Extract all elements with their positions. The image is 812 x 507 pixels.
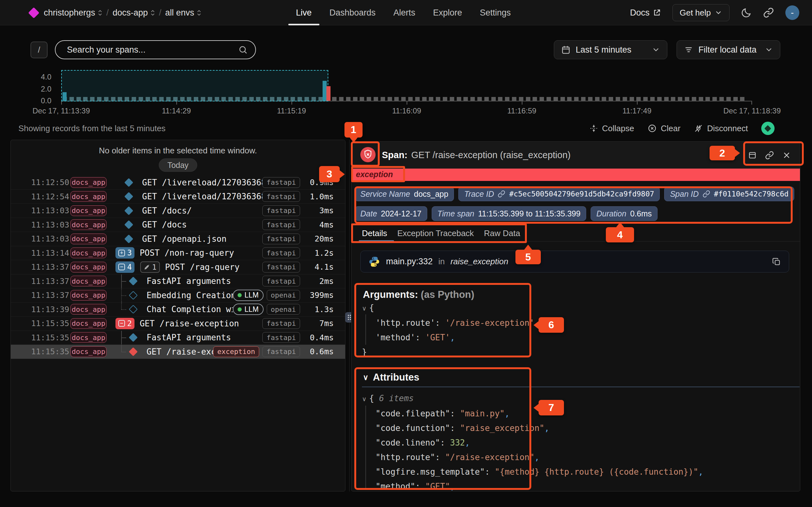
annotation-number: 4 [617, 229, 623, 241]
trace-row[interactable]: 11:13:14docs_app+3POST /non-rag-queryfas… [11, 246, 345, 261]
trace-row[interactable]: 11:12:54docs_appGET /livereload/12703636… [11, 190, 345, 204]
meta-label: Duration [596, 209, 626, 218]
connection-status-indicator[interactable] [761, 122, 774, 135]
up-down-chevron-icon [197, 9, 201, 16]
trace-row[interactable]: 11:15:35docs_appFastAPI argumentsfastapi… [11, 331, 345, 345]
code-token: "{method} {http.route} ({code.function})… [495, 467, 699, 476]
timeline-histogram[interactable]: Dec 17, 11:13:3911:14:2911:15:1911:16:09… [61, 67, 752, 101]
tab-details[interactable]: Details [362, 226, 387, 240]
search-input[interactable] [67, 45, 238, 55]
baseline-bar [532, 97, 537, 101]
trace-row[interactable]: 11:13:39docs_appChat Completion with '…L… [11, 302, 345, 317]
y-axis-tick: 0.0 [31, 96, 51, 105]
trace-row[interactable]: 11:13:37docs_appEmbedding Creation wit…L… [11, 288, 345, 302]
trace-row[interactable]: 11:13:03docs_appGET /docs/fastapi3ms [11, 204, 345, 218]
code-token: { [369, 394, 379, 403]
span-name: FastAPI arguments [147, 333, 231, 342]
trace-row[interactable]: 11:13:37docs_app−41POST /rag-queryfastap… [11, 260, 345, 274]
attributes-heading[interactable]: ∨ Attributes [363, 372, 419, 383]
framework-badge: openai [267, 290, 300, 301]
row-badges: LLMopenai399ms [233, 290, 334, 301]
code-token: "raise_exception" [460, 424, 544, 433]
baseline-bar [560, 97, 565, 101]
meta-label: Date [360, 209, 377, 218]
row-time: 11:13:37 [31, 262, 70, 272]
code-line: "code.lineno": 332, [362, 435, 703, 450]
trace-row[interactable]: 11:13:03docs_appGET /docsfastapi4ms [11, 218, 345, 232]
baseline-bar [353, 97, 357, 101]
baseline-bar [547, 97, 551, 101]
span-name: Embedding Creation wit… [147, 291, 233, 300]
tab-live[interactable]: Live [296, 0, 312, 25]
span-duration: 1.3s [303, 305, 334, 314]
meta-pill-trace-id[interactable]: Trace ID#c5ec5005042796e91d5db42ca9fd980… [458, 187, 660, 201]
filter-label: Filter local data [699, 45, 757, 55]
tab-dashboards[interactable]: Dashboards [329, 0, 376, 25]
children-toggle-badge[interactable]: −4 [115, 262, 135, 273]
tab-track [351, 241, 800, 241]
indent-guide [365, 406, 366, 490]
project-selector[interactable]: docs-app [113, 8, 155, 18]
code-token: , [544, 424, 549, 433]
tab-settings[interactable]: Settings [480, 0, 511, 25]
org-selector[interactable]: christophergs [44, 8, 102, 18]
framework-badge: fastapi [262, 332, 300, 343]
share-link-button[interactable] [763, 7, 774, 18]
theme-toggle-button[interactable] [741, 7, 752, 18]
meta-pill-span-id[interactable]: Span ID#f0110e542c798c6d [664, 187, 794, 201]
env-selector[interactable]: all envs [165, 8, 202, 18]
baseline-bar [719, 97, 724, 101]
meta-value: 0.6ms [630, 209, 652, 218]
baseline-bar [699, 97, 703, 101]
span-title-value: GET /raise-exception (raise_exception) [411, 150, 571, 160]
service-badge: docs_app [70, 205, 107, 216]
get-help-button[interactable]: Get help [672, 4, 729, 21]
y-axis-tick: 2.0 [31, 84, 51, 94]
row-content: GET /livereload/1270363685/1270… [110, 176, 262, 189]
logfire-logo-icon[interactable] [28, 7, 39, 18]
code-token: ∨ [362, 395, 367, 402]
trace-row[interactable]: 11:12:50docs_appGET /livereload/12703636… [11, 176, 345, 190]
tab-alerts[interactable]: Alerts [393, 0, 415, 25]
clear-button[interactable]: Clear [647, 124, 680, 133]
baseline-bar [567, 97, 571, 101]
row-time: 11:13:03 [31, 234, 70, 243]
link-icon[interactable] [765, 151, 774, 160]
trace-row[interactable]: 11:15:35docs_app−2GET /raise-exceptionfa… [11, 317, 345, 331]
python-icon [368, 256, 380, 268]
today-button[interactable]: Today [159, 158, 197, 172]
copy-icon[interactable] [772, 257, 781, 267]
clear-label: Clear [661, 124, 680, 133]
docs-link[interactable]: Docs [630, 8, 661, 18]
service-badge: docs_app [70, 304, 107, 315]
tab-raw-data[interactable]: Raw Data [484, 226, 520, 240]
children-toggle-badge[interactable]: −2 [115, 318, 135, 329]
time-selection-window[interactable] [61, 70, 328, 101]
baseline-bar [491, 97, 496, 101]
filter-local-data-button[interactable]: Filter local data [676, 40, 780, 59]
avatar[interactable]: - [785, 5, 799, 20]
tab-explore[interactable]: Explore [433, 0, 462, 25]
row-time: 11:13:39 [31, 305, 70, 314]
children-toggle-badge[interactable]: +3 [115, 247, 135, 259]
tab-exception-traceback[interactable]: Exception Traceback [397, 226, 473, 240]
close-icon[interactable] [782, 151, 791, 160]
meta-value: docs_app [414, 189, 448, 199]
arguments-heading-sub: (as Python) [421, 289, 474, 300]
active-tab-underline [359, 240, 394, 242]
indent-guide [365, 314, 366, 345]
code-in-word: in [438, 257, 445, 267]
time-range-button[interactable]: Last 5 minutes [554, 40, 667, 59]
env-name: all envs [165, 8, 194, 18]
service-badge: docs_app [70, 318, 107, 329]
annotation-label-2: 2 [710, 146, 735, 160]
trace-row[interactable]: 11:13:03docs_appGET /openapi.jsonfastapi… [11, 232, 345, 246]
trace-row[interactable]: 11:13:37docs_appFastAPI argumentsfastapi… [11, 274, 345, 289]
trace-row[interactable]: 11:15:35docs_appGET /raise-exception …ex… [11, 345, 345, 359]
code-token: : [435, 452, 445, 462]
llm-label: LLM [245, 291, 259, 299]
disconnect-button[interactable]: Disconnect [694, 124, 748, 133]
panel-layout-icon[interactable] [748, 151, 757, 160]
collapse-button[interactable]: Collapse [589, 124, 634, 133]
breadcrumb-separator: / [106, 8, 109, 18]
